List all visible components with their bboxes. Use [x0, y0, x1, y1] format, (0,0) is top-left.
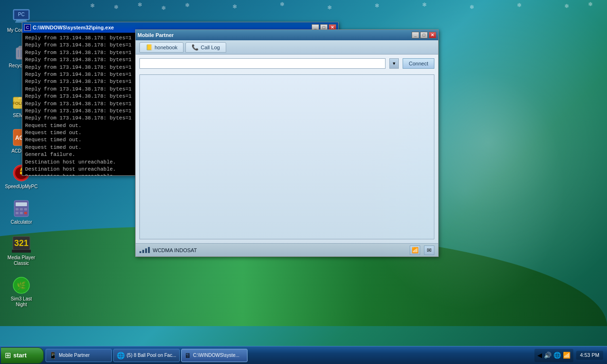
mobile-message-icon: ✉	[427, 247, 432, 254]
taskbar-cmd-label: C:\WINDOWS\syste...	[193, 353, 239, 358]
mobile-status-icons: 📶 ✉	[410, 246, 434, 255]
calllog-tab-label: Call Log	[201, 45, 220, 50]
mobile-main-area	[139, 74, 434, 239]
mobile-close-button[interactable]: ✕	[429, 32, 436, 38]
systray-signal-icon[interactable]: 📶	[563, 352, 570, 359]
taskbar-fb-icon: 🌐	[117, 352, 125, 359]
calculator-icon	[12, 199, 31, 218]
icon-media-player-classic[interactable]: 321 Media Player Classic	[2, 232, 40, 269]
system-clock[interactable]: 4:53 PM	[576, 351, 603, 359]
calllog-tab-icon: 📞	[192, 44, 199, 51]
svg-rect-19	[20, 208, 23, 210]
speedupmypc-label: SpeedUpMyPC	[5, 184, 38, 190]
sim3-icon: 🌿	[12, 276, 31, 295]
mobile-connect-button[interactable]: Connect	[403, 58, 434, 69]
svg-rect-17	[16, 202, 27, 206]
systray-volume-icon[interactable]: 🔊	[544, 352, 552, 359]
taskbar-item-cmd[interactable]: 🖥 C:\WINDOWS\syste...	[181, 349, 248, 362]
desktop: ❄ ❄ ❄ ❄ ❄ ❄ ❄ ❄ ❄ ❄ ❄ ❄ ❄ ❄ ❄ PC My	[0, 0, 607, 364]
snowflakes-decoration: ❄ ❄ ❄ ❄ ❄ ❄ ❄ ❄ ❄ ❄ ❄ ❄ ❄ ❄ ❄	[43, 0, 607, 24]
taskbar-mobile-label: Mobile Partner	[59, 353, 90, 358]
svg-rect-18	[16, 208, 18, 210]
phonebook-tab-icon: 📒	[146, 44, 153, 51]
calculator-label: Calculator	[10, 219, 32, 225]
mobile-body: ▼ Connect	[136, 55, 438, 243]
svg-rect-6	[18, 50, 19, 57]
media-player-classic-icon: 321	[12, 235, 31, 254]
start-button-label: start	[13, 352, 27, 359]
mobile-dropdown-button[interactable]: ▼	[389, 58, 399, 69]
mobile-connect-area: ▼ Connect	[139, 58, 434, 69]
tab-phonebook[interactable]: 📒 honebook	[139, 42, 184, 53]
taskbar: ⊞ start 📱 Mobile Partner 🌐 (5) 8 Ball Po…	[0, 346, 607, 364]
systray-arrow-icon[interactable]: ◀	[537, 352, 542, 359]
taskbar-items: 📱 Mobile Partner 🌐 (5) 8 Ball Pool on Fa…	[44, 349, 531, 362]
taskbar-mobile-icon: 📱	[49, 352, 57, 359]
taskbar-fb-label: (5) 8 Ball Pool on Fac...	[127, 353, 176, 358]
svg-text:🌿: 🌿	[17, 281, 26, 290]
svg-text:PC: PC	[18, 12, 25, 17]
icon-calculator[interactable]: Calculator	[2, 197, 40, 228]
mobile-toolbar: 📒 honebook 📞 Call Log	[136, 40, 438, 55]
phonebook-tab-label: honebook	[155, 45, 177, 50]
taskbar-right: ◀ 🔊 🌐 📶 4:53 PM	[531, 346, 607, 364]
tab-call-log[interactable]: 📞 Call Log	[185, 42, 226, 53]
taskbar-item-mobile-partner[interactable]: 📱 Mobile Partner	[46, 349, 112, 362]
svg-text:321: 321	[14, 238, 28, 248]
mobile-message-status-button[interactable]: ✉	[424, 246, 434, 255]
mobile-statusbar: WCDMA INDOSAT 📶 ✉	[136, 243, 438, 256]
windows-logo-icon: ⊞	[5, 351, 11, 360]
icon-sim3-last-night[interactable]: 🌿 Sim3 Last Night	[2, 273, 40, 310]
mobile-controls: _ □ ✕	[412, 32, 436, 38]
svg-rect-23	[24, 212, 27, 214]
mobile-title-text: Mobile Partner	[138, 32, 412, 38]
signal-bars-icon	[139, 247, 150, 253]
mobile-signal-icon: 📶	[412, 247, 419, 254]
media-player-classic-label: Media Player Classic	[5, 255, 38, 266]
cmd-title-icon: C	[24, 24, 31, 31]
svg-rect-26	[12, 250, 31, 253]
mobile-maximize-button[interactable]: □	[420, 32, 428, 38]
svg-rect-22	[20, 212, 23, 214]
system-tray: ◀ 🔊 🌐 📶	[534, 349, 573, 362]
taskbar-cmd-icon: 🖥	[184, 352, 191, 359]
mobile-partner-window: Mobile Partner _ □ ✕ 📒 honebook 📞 Call L…	[135, 29, 439, 257]
svg-rect-21	[16, 212, 18, 214]
taskbar-item-facebook[interactable]: 🌐 (5) 8 Ball Pool on Fac...	[113, 349, 180, 362]
svg-rect-20	[24, 208, 27, 210]
mobile-apn-input[interactable]	[139, 58, 386, 69]
mobile-minimize-button[interactable]: _	[412, 32, 419, 38]
start-button[interactable]: ⊞ start	[1, 347, 44, 364]
mobile-carrier-text: WCDMA INDOSAT	[153, 247, 410, 253]
systray-network-icon[interactable]: 🌐	[553, 352, 561, 359]
svg-rect-2	[16, 20, 27, 21]
mobile-signal-status-button[interactable]: 📶	[410, 246, 420, 255]
sim3-label: Sim3 Last Night	[5, 296, 38, 308]
mobile-titlebar: Mobile Partner _ □ ✕	[136, 30, 438, 40]
clock-time: 4:53 PM	[580, 352, 599, 358]
